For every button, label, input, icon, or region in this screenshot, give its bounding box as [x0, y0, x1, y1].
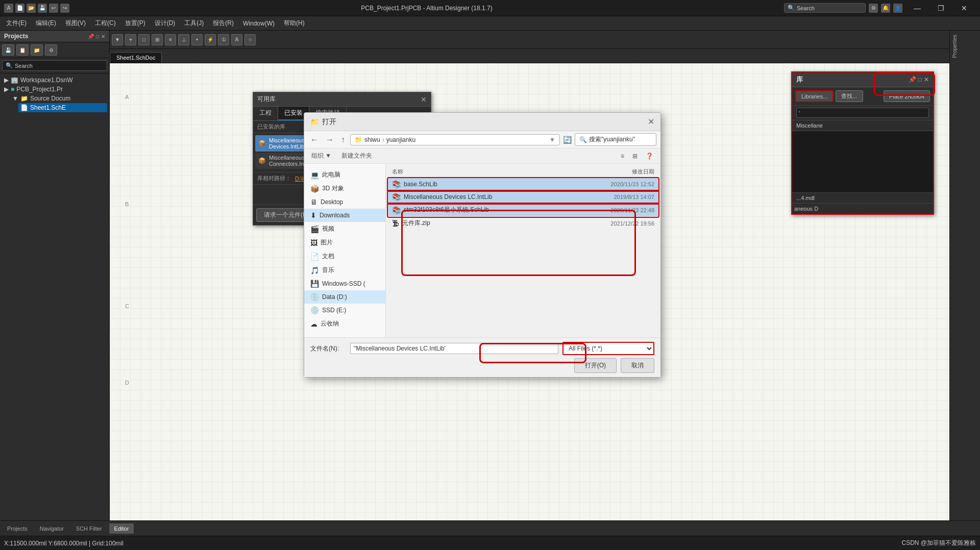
- file-toolbar: 组织 ▼ 新建文件夹 ≡ ⊞ ❓: [304, 148, 660, 164]
- sidebar-computer[interactable]: 💻 此电脑: [304, 168, 385, 182]
- tree-sheet1[interactable]: 📄 Sheet1.SchE: [18, 103, 107, 112]
- file-row-base[interactable]: 📚 base.SchLib 2020/11/23 12:52: [388, 178, 658, 191]
- sidebar-ssd-e[interactable]: 💿 SSD (E:): [304, 304, 385, 317]
- tree-source-doc[interactable]: ▼ 📁 Source Docum: [10, 94, 107, 103]
- menu-view[interactable]: 视图(V): [61, 17, 90, 29]
- file-type-select[interactable]: All Files (*.*): [562, 342, 654, 355]
- tree-workspace[interactable]: ▶ 🏢 Workspace1.DsnW: [2, 76, 107, 85]
- dialog-close-btn[interactable]: ✕: [421, 95, 427, 104]
- libraries-btn[interactable]: Libraries...: [795, 90, 834, 102]
- file-row-misc[interactable]: 📚 Miscellaneous Devices LC.IntLib 2019/8…: [388, 191, 658, 204]
- panel-pin[interactable]: 📌: [88, 34, 94, 39]
- panel-title: Projects: [4, 33, 28, 40]
- maximize-button[interactable]: ❐: [929, 0, 952, 16]
- col-name-header[interactable]: 名称: [392, 168, 567, 176]
- component-btn[interactable]: ①: [218, 34, 229, 45]
- detail-view-btn[interactable]: ⊞: [629, 152, 641, 161]
- refresh-btn[interactable]: 🔄: [563, 136, 572, 144]
- close-button[interactable]: ✕: [952, 0, 976, 16]
- file-row-zip[interactable]: 🗜 元件库.zip 2021/12/22 19:56: [388, 217, 658, 230]
- place-component-btn[interactable]: Place 2N3904: [884, 90, 930, 102]
- file-dialog-close-btn[interactable]: ✕: [648, 117, 654, 127]
- user-icon[interactable]: 👤: [893, 4, 902, 13]
- sidebar-cloud[interactable]: ☁ 云收纳: [304, 317, 385, 331]
- copy-toolbar-btn[interactable]: 📋: [16, 44, 29, 56]
- panel-close[interactable]: ✕: [101, 34, 105, 39]
- nav-up-btn[interactable]: ↑: [339, 134, 347, 145]
- sidebar-docs[interactable]: 📄 文档: [304, 249, 385, 263]
- organize-btn[interactable]: 组织 ▼: [308, 151, 334, 161]
- lib-panel-float[interactable]: □: [918, 76, 922, 83]
- file-search-box[interactable]: 🔍 搜索"yuanjianku": [575, 133, 656, 146]
- menu-report[interactable]: 报告(R): [209, 17, 238, 29]
- lib-panel-pin[interactable]: 📌: [909, 76, 916, 83]
- file-name-field[interactable]: [350, 343, 558, 354]
- tab-editor[interactable]: Editor: [109, 523, 134, 534]
- breadcrumb-dropdown[interactable]: ▼: [549, 136, 555, 143]
- tree-pcb-project[interactable]: ▶ ■ PCB_Project1.Pr: [2, 85, 107, 94]
- text-btn[interactable]: A: [231, 34, 242, 45]
- folder-toolbar-btn[interactable]: 📁: [31, 44, 43, 56]
- add-btn[interactable]: +: [125, 34, 136, 45]
- lib-component-list[interactable]: [792, 131, 933, 192]
- sidebar-windows-ssd[interactable]: 💾 Windows-SSD (: [304, 277, 385, 290]
- sidebar-music[interactable]: 🎵 音乐: [304, 263, 385, 277]
- tab-sheet1[interactable]: Sheet1.SchDoc: [110, 52, 162, 63]
- menu-design[interactable]: 设计(D): [151, 17, 180, 29]
- new-icon[interactable]: 📄: [15, 4, 24, 13]
- settings-toolbar-btn[interactable]: ⚙: [45, 44, 57, 56]
- menu-help[interactable]: 帮助(H): [280, 17, 309, 29]
- tab-navigator[interactable]: Navigator: [35, 523, 69, 534]
- junction-btn[interactable]: •: [191, 34, 203, 45]
- bus-btn[interactable]: ≡: [165, 34, 176, 45]
- help-btn[interactable]: ❓: [643, 152, 656, 161]
- file-row-stm[interactable]: 📚 stm32f103c8t6最小系统.SchLib 2020/11/23 22…: [388, 204, 658, 217]
- redo-icon[interactable]: ↪: [60, 4, 69, 13]
- filter-btn[interactable]: ▼: [112, 34, 123, 45]
- search-lib-btn[interactable]: 查找...: [836, 90, 863, 102]
- sidebar-videos[interactable]: 🎬 视频: [304, 222, 385, 236]
- menu-edit[interactable]: 编辑(E): [32, 17, 60, 29]
- power-btn[interactable]: ⚡: [205, 34, 216, 45]
- sidebar-3d[interactable]: 📦 3D 对象: [304, 182, 385, 195]
- file-cancel-btn[interactable]: 取消: [621, 358, 654, 373]
- lib-filter-input[interactable]: [796, 108, 929, 118]
- nav-back-btn[interactable]: ←: [308, 134, 321, 145]
- undo-icon[interactable]: ↩: [49, 4, 58, 13]
- list-view-btn[interactable]: ≡: [618, 152, 627, 161]
- sidebar-pictures[interactable]: 🖼 图片: [304, 236, 385, 249]
- sidebar-data-d[interactable]: 💿 Data (D:): [304, 290, 385, 304]
- file-open-btn[interactable]: 打开(O): [574, 358, 617, 373]
- lib-panel-close[interactable]: ✕: [924, 76, 929, 83]
- tab-projects[interactable]: Projects: [2, 523, 33, 534]
- label-a: A: [125, 94, 129, 100]
- select-btn[interactable]: □: [138, 34, 150, 45]
- sidebar-desktop[interactable]: 🖥 Desktop: [304, 195, 385, 209]
- circle-btn[interactable]: ○: [244, 34, 256, 45]
- panel-float[interactable]: □: [96, 34, 99, 39]
- properties-label[interactable]: Properties: [950, 31, 960, 62]
- notification-icon[interactable]: 🔔: [881, 4, 890, 13]
- new-folder-btn[interactable]: 新建文件夹: [338, 151, 375, 161]
- net-btn[interactable]: ⊥: [178, 34, 189, 45]
- tab-sch-filter[interactable]: SCH Filter: [71, 523, 107, 534]
- panel-search-input[interactable]: 🔍 Search: [2, 60, 107, 71]
- lib-anious-label: aneous D: [794, 206, 818, 212]
- tab-project[interactable]: 工程: [253, 107, 278, 120]
- minimize-button[interactable]: —: [905, 0, 929, 16]
- open-icon[interactable]: 📂: [27, 4, 36, 13]
- menu-file[interactable]: 文件(E): [2, 17, 31, 29]
- col-date-header[interactable]: 修改日期: [567, 168, 654, 176]
- sidebar-downloads[interactable]: ⬇ Downloads: [304, 209, 385, 222]
- menu-tools[interactable]: 工具(J): [180, 17, 208, 29]
- settings-icon[interactable]: ⚙: [869, 4, 878, 13]
- nav-forward-btn[interactable]: →: [324, 134, 336, 145]
- save-toolbar-btn[interactable]: 💾: [2, 44, 14, 56]
- wire-btn[interactable]: ⊞: [152, 34, 163, 45]
- menu-project[interactable]: 工程(C): [91, 17, 120, 29]
- menu-place[interactable]: 放置(P): [121, 17, 150, 29]
- global-search[interactable]: 🔍 Search: [784, 3, 866, 13]
- save-icon[interactable]: 💾: [38, 4, 47, 13]
- breadcrumb-bar[interactable]: 📁 shiwu › yuanjianku ▼: [350, 134, 560, 145]
- menu-window[interactable]: Window(W): [239, 18, 279, 29]
